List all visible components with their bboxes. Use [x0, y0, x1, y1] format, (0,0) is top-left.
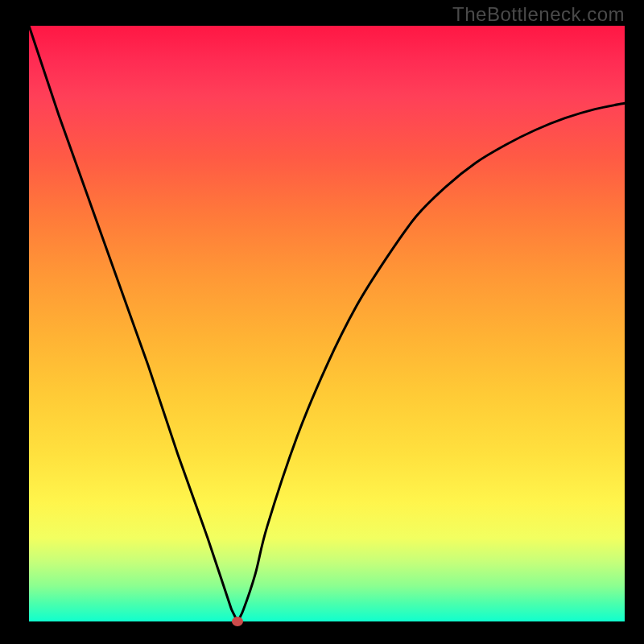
plot-area [29, 26, 625, 621]
minimum-marker [232, 617, 243, 626]
chart-container: TheBottleneck.com [0, 0, 644, 644]
watermark-text: TheBottleneck.com [452, 3, 625, 26]
curve-svg [29, 26, 625, 621]
bottleneck-curve [29, 26, 625, 621]
